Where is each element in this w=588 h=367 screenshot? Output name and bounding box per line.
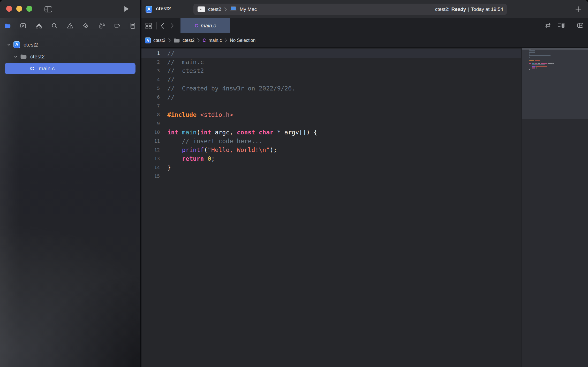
add-button[interactable] [575,6,581,13]
toolbar-center-pill: >_ ctest2 My Mac ctest2: Read [193,4,507,15]
minimap-visible-region [522,48,588,119]
chevron-right-icon [197,38,200,43]
run-button[interactable] [124,6,129,13]
source-control-icon [20,22,27,29]
scheme-selector[interactable]: >_ ctest2 My Mac [193,4,261,15]
navigator-tab-breakpoints[interactable] [113,22,121,30]
xcode-project-icon: A [146,6,152,13]
go-back-button[interactable] [161,23,164,30]
line-number: 1 [157,49,160,58]
line-number: 12 [154,146,160,154]
adjust-editor-options-button[interactable] [557,22,565,29]
hierarchy-icon [35,22,42,29]
navigator-tab-project[interactable] [3,22,12,30]
folder-icon [4,22,11,29]
code-line-13: return 0; [167,154,215,163]
tree-item-ctest2[interactable]: ctest2 [0,51,140,63]
xcode-project-icon: A [145,37,151,43]
jumpbar-item-selection[interactable]: No Selection [230,38,255,43]
scheme-name: ctest2 [208,6,221,12]
add-editor-button[interactable] [577,22,584,29]
line-number: 15 [154,172,160,181]
line-number: 11 [154,137,160,146]
minimap-line-14 [529,69,530,70]
navigator-tab-find[interactable] [50,22,59,30]
tree-item-ctest2[interactable]: Actest2 [0,39,140,51]
tab-bar-divider [156,22,157,29]
c-file-icon: C [202,38,206,43]
editor-options-icon [557,22,565,29]
code-line-14: } [167,163,171,172]
window-title: ctest2 [156,6,171,12]
tab-label: main.c [201,23,216,29]
minimap-line-10 [553,63,554,64]
navigator-tab-bar [0,18,140,33]
code-line-5: // Created by 4nsw3r on 2022/9/26. [167,84,295,93]
minimap-line-10 [529,63,531,64]
folder-icon [174,38,180,43]
spray-can-icon [98,22,105,29]
minimap-line-8 [535,60,540,61]
editor-actions-divider [571,22,571,29]
navigator-tab-reports[interactable] [129,22,137,30]
related-items-button[interactable] [145,22,152,30]
scheme-destination: My Mac [240,6,257,12]
line-number: 6 [157,93,160,102]
xcode-window: Actest2ctest2Cmain.c A ctest2 >_ ctest2 [0,0,588,367]
code-line-11: // insert code here... [167,137,262,146]
source-editor[interactable]: 123456789101112131415 //// main.c// ctes… [141,48,588,367]
go-forward-button[interactable] [170,23,174,30]
line-number: 9 [157,119,160,128]
play-icon [124,6,129,12]
minimap-line-10 [535,63,537,64]
jumpbar-item-group[interactable]: ctest2 [183,38,195,43]
toggle-navigator-button[interactable] [44,6,52,13]
chevron-left-icon [161,23,164,29]
status-time: Today at 19:54 [471,6,503,12]
minimap-line-6 [529,57,530,58]
c-file-icon: C [195,23,198,29]
warning-triangle-icon [67,22,74,29]
navigator-sidebar: Actest2ctest2Cmain.c [0,0,140,367]
minimap-line-12 [532,66,536,67]
navigator-tab-issues[interactable] [66,22,74,30]
chevron-right-icon [224,7,227,12]
terminal-icon: >_ [198,6,205,12]
disclosure-chevron-icon[interactable] [5,43,13,47]
jumpbar-item-project[interactable]: ctest2 [153,38,165,43]
minimap-line-1 [529,49,531,50]
tab-main-c[interactable]: C main.c [180,18,230,33]
code-review-button[interactable] [544,22,552,29]
activity-viewer[interactable]: ctest2: Ready | Today at 19:54 [435,4,503,15]
line-number: 7 [157,102,160,110]
tree-item-label: ctest2 [24,42,38,48]
plus-icon [575,6,581,12]
tree-item-main.c[interactable]: Cmain.c [0,63,140,74]
disclosure-chevron-icon[interactable] [12,55,19,59]
minimap-current-line [522,48,588,50]
line-number: 2 [157,58,160,66]
status-separator: | [468,6,469,12]
navigator-tab-debug[interactable] [97,22,105,30]
line-number: 8 [157,110,160,119]
line-number: 14 [154,163,160,172]
minimap[interactable] [522,48,588,367]
navigator-tab-source-control[interactable] [19,22,27,30]
chevron-right-icon [170,23,174,29]
navigator-tab-symbols[interactable] [35,22,43,30]
close-window-button[interactable] [6,6,12,12]
navigator-tab-tests[interactable] [82,22,90,30]
main-toolbar: A ctest2 >_ ctest2 My Mac [141,0,588,18]
tree-item-label: ctest2 [30,53,45,60]
zoom-window-button[interactable] [26,6,32,12]
minimap-line-12 [536,66,547,67]
code-line-10: int main(int argc, const char * argv[]) … [167,128,317,137]
sidebar-toolbar [0,0,140,18]
tree-item-label: main.c [39,65,55,72]
swap-arrows-icon [544,22,552,29]
minimize-window-button[interactable] [16,6,22,12]
selection-background [5,63,135,74]
minimap-line-10 [548,63,553,64]
window-controls [6,6,32,12]
jumpbar-item-file[interactable]: main.c [208,38,222,43]
